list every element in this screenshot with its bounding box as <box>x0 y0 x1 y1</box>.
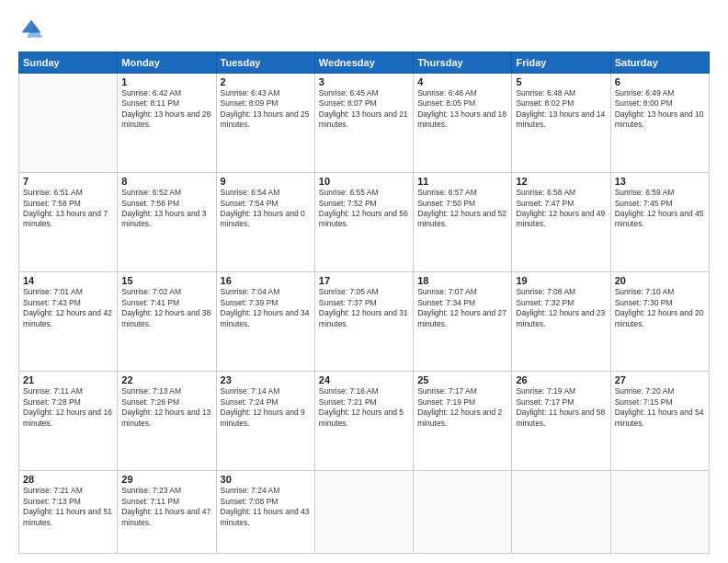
day-info: Sunrise: 7:19 AM Sunset: 7:17 PM Dayligh… <box>516 386 606 429</box>
calendar-cell <box>314 471 413 554</box>
calendar-cell: 29Sunrise: 7:23 AM Sunset: 7:11 PM Dayli… <box>118 471 216 554</box>
calendar-cell <box>19 74 118 173</box>
day-info: Sunrise: 6:45 AM Sunset: 8:07 PM Dayligh… <box>319 88 409 131</box>
day-number: 13 <box>615 176 705 187</box>
calendar-cell: 1Sunrise: 6:42 AM Sunset: 8:11 PM Daylig… <box>118 74 216 173</box>
day-info: Sunrise: 7:05 AM Sunset: 7:37 PM Dayligh… <box>319 287 409 329</box>
col-header-wednesday: Wednesday <box>314 52 413 74</box>
calendar-cell: 3Sunrise: 6:45 AM Sunset: 8:07 PM Daylig… <box>314 74 413 173</box>
day-number: 23 <box>221 374 311 385</box>
calendar-cell: 20Sunrise: 7:10 AM Sunset: 7:30 PM Dayli… <box>610 272 709 372</box>
calendar-cell: 15Sunrise: 7:02 AM Sunset: 7:41 PM Dayli… <box>118 272 216 372</box>
day-number: 14 <box>23 275 113 286</box>
header <box>18 17 710 42</box>
calendar-cell: 6Sunrise: 6:49 AM Sunset: 8:00 PM Daylig… <box>610 74 709 173</box>
day-info: Sunrise: 7:14 AM Sunset: 7:24 PM Dayligh… <box>221 386 311 429</box>
calendar-cell: 4Sunrise: 6:46 AM Sunset: 8:05 PM Daylig… <box>414 74 512 173</box>
day-number: 18 <box>417 275 507 286</box>
week-row-5: 28Sunrise: 7:21 AM Sunset: 7:13 PM Dayli… <box>19 471 710 554</box>
day-number: 17 <box>319 275 409 286</box>
calendar-cell: 22Sunrise: 7:13 AM Sunset: 7:26 PM Dayli… <box>118 372 216 471</box>
day-number: 11 <box>417 176 507 187</box>
day-number: 5 <box>516 76 606 87</box>
calendar-cell: 28Sunrise: 7:21 AM Sunset: 7:13 PM Dayli… <box>19 471 118 554</box>
day-number: 26 <box>516 374 606 385</box>
week-row-1: 1Sunrise: 6:42 AM Sunset: 8:11 PM Daylig… <box>19 74 710 173</box>
calendar-cell <box>414 471 512 554</box>
calendar-cell: 13Sunrise: 6:59 AM Sunset: 7:45 PM Dayli… <box>610 173 709 272</box>
day-number: 21 <box>23 374 113 385</box>
day-info: Sunrise: 6:55 AM Sunset: 7:52 PM Dayligh… <box>319 188 409 230</box>
calendar-cell: 11Sunrise: 6:57 AM Sunset: 7:50 PM Dayli… <box>414 173 512 272</box>
col-header-thursday: Thursday <box>414 52 512 74</box>
day-number: 30 <box>221 474 311 485</box>
calendar-cell: 12Sunrise: 6:58 AM Sunset: 7:47 PM Dayli… <box>512 173 610 272</box>
calendar-cell: 7Sunrise: 6:51 AM Sunset: 7:58 PM Daylig… <box>19 173 118 272</box>
logo-icon <box>18 17 44 42</box>
calendar-cell: 19Sunrise: 7:08 AM Sunset: 7:32 PM Dayli… <box>512 272 610 372</box>
calendar-cell: 14Sunrise: 7:01 AM Sunset: 7:43 PM Dayli… <box>19 272 118 372</box>
day-number: 24 <box>319 374 409 385</box>
day-number: 16 <box>221 275 311 286</box>
calendar-cell: 26Sunrise: 7:19 AM Sunset: 7:17 PM Dayli… <box>512 372 610 471</box>
day-info: Sunrise: 6:52 AM Sunset: 7:56 PM Dayligh… <box>121 188 211 230</box>
calendar-header-row: SundayMondayTuesdayWednesdayThursdayFrid… <box>19 52 710 74</box>
calendar-cell: 25Sunrise: 7:17 AM Sunset: 7:19 PM Dayli… <box>414 372 512 471</box>
day-number: 25 <box>417 374 507 385</box>
day-info: Sunrise: 6:43 AM Sunset: 8:09 PM Dayligh… <box>221 88 311 131</box>
page: SundayMondayTuesdayWednesdayThursdayFrid… <box>0 0 728 563</box>
calendar-cell: 21Sunrise: 7:11 AM Sunset: 7:28 PM Dayli… <box>19 372 118 471</box>
day-number: 29 <box>121 474 211 485</box>
day-number: 1 <box>121 76 211 87</box>
week-row-4: 21Sunrise: 7:11 AM Sunset: 7:28 PM Dayli… <box>19 372 710 471</box>
day-info: Sunrise: 7:04 AM Sunset: 7:39 PM Dayligh… <box>221 287 311 329</box>
day-info: Sunrise: 7:10 AM Sunset: 7:30 PM Dayligh… <box>615 287 705 329</box>
day-info: Sunrise: 7:08 AM Sunset: 7:32 PM Dayligh… <box>516 287 606 329</box>
day-info: Sunrise: 7:02 AM Sunset: 7:41 PM Dayligh… <box>121 287 211 329</box>
day-number: 2 <box>221 76 311 87</box>
day-info: Sunrise: 6:49 AM Sunset: 8:00 PM Dayligh… <box>615 88 705 131</box>
logo <box>18 17 48 42</box>
day-number: 10 <box>319 176 409 187</box>
day-info: Sunrise: 7:21 AM Sunset: 7:13 PM Dayligh… <box>23 486 113 528</box>
day-info: Sunrise: 7:17 AM Sunset: 7:19 PM Dayligh… <box>417 386 507 429</box>
day-info: Sunrise: 7:13 AM Sunset: 7:26 PM Dayligh… <box>121 386 211 429</box>
col-header-friday: Friday <box>512 52 610 74</box>
calendar-cell: 8Sunrise: 6:52 AM Sunset: 7:56 PM Daylig… <box>118 173 216 272</box>
col-header-monday: Monday <box>118 52 216 74</box>
day-info: Sunrise: 7:01 AM Sunset: 7:43 PM Dayligh… <box>23 287 113 329</box>
calendar-cell: 27Sunrise: 7:20 AM Sunset: 7:15 PM Dayli… <box>610 372 709 471</box>
day-info: Sunrise: 7:23 AM Sunset: 7:11 PM Dayligh… <box>121 486 211 528</box>
day-info: Sunrise: 6:51 AM Sunset: 7:58 PM Dayligh… <box>23 188 113 230</box>
calendar-cell: 2Sunrise: 6:43 AM Sunset: 8:09 PM Daylig… <box>216 74 314 173</box>
calendar-cell: 18Sunrise: 7:07 AM Sunset: 7:34 PM Dayli… <box>414 272 512 372</box>
day-info: Sunrise: 6:48 AM Sunset: 8:02 PM Dayligh… <box>516 88 606 131</box>
col-header-tuesday: Tuesday <box>216 52 314 74</box>
day-number: 27 <box>615 374 705 385</box>
week-row-3: 14Sunrise: 7:01 AM Sunset: 7:43 PM Dayli… <box>19 272 710 372</box>
day-number: 9 <box>221 176 311 187</box>
day-number: 12 <box>516 176 606 187</box>
week-row-2: 7Sunrise: 6:51 AM Sunset: 7:58 PM Daylig… <box>19 173 710 272</box>
calendar-cell <box>512 471 610 554</box>
calendar-cell: 24Sunrise: 7:16 AM Sunset: 7:21 PM Dayli… <box>314 372 413 471</box>
day-info: Sunrise: 7:11 AM Sunset: 7:28 PM Dayligh… <box>23 386 113 429</box>
calendar-cell: 30Sunrise: 7:24 AM Sunset: 7:08 PM Dayli… <box>216 471 314 554</box>
calendar-cell: 9Sunrise: 6:54 AM Sunset: 7:54 PM Daylig… <box>216 173 314 272</box>
calendar-cell: 17Sunrise: 7:05 AM Sunset: 7:37 PM Dayli… <box>314 272 413 372</box>
col-header-saturday: Saturday <box>610 52 709 74</box>
day-info: Sunrise: 6:59 AM Sunset: 7:45 PM Dayligh… <box>615 188 705 230</box>
day-number: 15 <box>121 275 211 286</box>
day-info: Sunrise: 7:07 AM Sunset: 7:34 PM Dayligh… <box>417 287 507 329</box>
calendar-cell: 16Sunrise: 7:04 AM Sunset: 7:39 PM Dayli… <box>216 272 314 372</box>
day-number: 19 <box>516 275 606 286</box>
day-number: 8 <box>121 176 211 187</box>
day-info: Sunrise: 6:46 AM Sunset: 8:05 PM Dayligh… <box>417 88 507 131</box>
day-info: Sunrise: 7:24 AM Sunset: 7:08 PM Dayligh… <box>221 486 311 528</box>
day-info: Sunrise: 7:16 AM Sunset: 7:21 PM Dayligh… <box>319 386 409 429</box>
calendar-table: SundayMondayTuesdayWednesdayThursdayFrid… <box>18 52 710 554</box>
col-header-sunday: Sunday <box>19 52 118 74</box>
day-info: Sunrise: 6:58 AM Sunset: 7:47 PM Dayligh… <box>516 188 606 230</box>
calendar-cell <box>610 471 709 554</box>
day-number: 6 <box>615 76 705 87</box>
